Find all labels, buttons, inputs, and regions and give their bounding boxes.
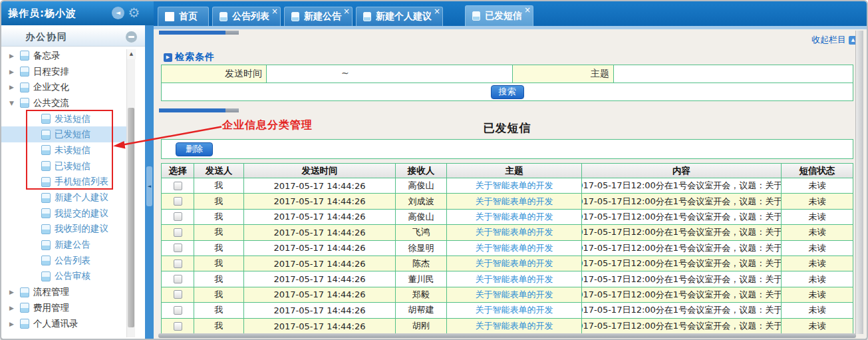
tab-close-icon[interactable]: × xyxy=(271,7,278,15)
sidebar-tree-item[interactable]: 公告列表 xyxy=(1,253,126,269)
search-button[interactable]: 搜索 xyxy=(491,85,524,99)
tab-document-icon xyxy=(472,11,480,21)
sidebar-tree-item[interactable]: 已读短信 xyxy=(1,158,126,174)
tab-close-icon[interactable]: × xyxy=(524,6,531,14)
tree-toggle-icon[interactable]: ▼ xyxy=(9,100,17,106)
send-time-cell: 2017-05-17 14:44:26 xyxy=(244,194,396,209)
sidebar-tree-item[interactable]: ▼ 公共交流 xyxy=(1,95,126,111)
send-time-cell: 2017-05-17 14:44:26 xyxy=(244,271,396,287)
sidebar-tree-item[interactable]: 公告审核 xyxy=(1,269,126,285)
expand-arrow-icon: ▶ xyxy=(164,53,172,62)
row-checkbox[interactable] xyxy=(174,197,182,206)
tab[interactable]: 公告列表 × xyxy=(212,7,281,26)
column-header-send-time: 发送时间 xyxy=(244,164,396,178)
document-icon xyxy=(41,240,51,250)
subject-input[interactable] xyxy=(163,67,396,81)
sidebar-section-header[interactable]: 办公协同 xyxy=(1,28,145,47)
sidebar-tree-item[interactable]: 已发短信 xyxy=(1,126,126,142)
select-cell xyxy=(162,241,194,256)
horizontal-scrollbar[interactable] xyxy=(158,333,856,338)
status-cell: 未读 xyxy=(782,256,853,271)
collapse-columns-link[interactable]: 收起栏目 ▲ xyxy=(811,34,857,46)
row-checkbox[interactable] xyxy=(174,259,182,268)
sidebar-tree-item[interactable]: ▶ 日程安排 xyxy=(1,64,126,80)
tab-label: 首页 xyxy=(179,11,198,23)
row-checkbox[interactable] xyxy=(174,306,182,315)
row-checkbox[interactable] xyxy=(174,228,182,237)
select-cell xyxy=(162,319,194,334)
tree-toggle-icon[interactable]: ▶ xyxy=(9,53,17,59)
row-checkbox[interactable] xyxy=(174,182,182,190)
content-cell: 2017-05-17日12:00分在1号会议室开会，议题：关于智 xyxy=(582,319,782,334)
content-cell: 2017-05-17日12:00分在1号会议室开会，议题：关于智 xyxy=(582,225,782,240)
collapse-section-icon[interactable] xyxy=(126,31,137,43)
subject-link[interactable]: 关于智能表单的开发 xyxy=(447,194,582,209)
gear-icon[interactable]: ⚙ xyxy=(128,7,140,19)
table-row: 我 2017-05-17 14:44:26 郑毅 关于智能表单的开发 2017-… xyxy=(162,287,853,303)
sender-cell: 我 xyxy=(194,210,244,225)
delete-button[interactable]: 删除 xyxy=(176,142,213,156)
subject-link[interactable]: 关于智能表单的开发 xyxy=(447,319,582,334)
sidebar-tree-item[interactable]: 我提交的建议 xyxy=(1,206,126,222)
row-checkbox[interactable] xyxy=(174,244,182,252)
subject-link[interactable]: 关于智能表单的开发 xyxy=(447,287,582,303)
sidebar-scrollbar[interactable]: ▲ xyxy=(126,49,135,337)
sidebar-tree-item[interactable]: ▶ 费用管理 xyxy=(1,300,126,316)
main-panel: 首页 × 公告列表 × 新建公告 × 新建个人建议 xyxy=(154,1,867,339)
search-conditions-header[interactable]: ▶ 检索条件 xyxy=(164,51,215,63)
tree-item-label: 发送短信 xyxy=(55,113,90,125)
subject-link[interactable]: 关于智能表单的开发 xyxy=(447,178,582,194)
tree-toggle-icon[interactable]: ▶ xyxy=(9,84,17,90)
receiver-cell: 刘成波 xyxy=(396,194,447,209)
sidebar-collapse-handle[interactable]: ◄ xyxy=(146,166,152,206)
row-checkbox[interactable] xyxy=(174,322,182,331)
tab[interactable]: 新建个人建议 × xyxy=(356,7,443,26)
sidebar-tree-item[interactable]: 我收到的建议 xyxy=(1,222,126,238)
tree-toggle-icon[interactable]: ▶ xyxy=(9,321,17,327)
sidebar-tree-item[interactable]: ▶ 备忘录 xyxy=(1,49,126,64)
row-checkbox[interactable] xyxy=(174,275,182,283)
sidebar-tree-item[interactable]: ▶ 流程管理 xyxy=(1,284,126,300)
sidebar-tree-item[interactable]: ▶ 个人通讯录 xyxy=(1,316,126,332)
tab[interactable]: 已发短信 × xyxy=(465,5,533,26)
row-checkbox[interactable] xyxy=(174,212,182,221)
vertical-scrollbar[interactable] xyxy=(855,31,863,334)
tab-close-icon[interactable]: × xyxy=(343,7,350,15)
tab-label: 新建个人建议 xyxy=(376,11,432,23)
tab[interactable]: 首页 × xyxy=(158,7,209,26)
column-header-subject: 主题 xyxy=(447,164,582,178)
tree-item-label: 公告审核 xyxy=(55,270,90,282)
sidebar-tree-item[interactable]: ▶ 企业文化 xyxy=(1,79,126,95)
scroll-up-icon[interactable]: ▲ xyxy=(127,49,136,59)
sidebar-tree-item[interactable]: 新建个人建议 xyxy=(1,190,126,206)
tree-toggle-icon[interactable]: ▶ xyxy=(9,69,17,75)
back-icon[interactable]: ◄ xyxy=(112,7,124,19)
sidebar-tree-item[interactable]: 手机短信列表 xyxy=(1,174,126,190)
tab[interactable]: 新建公告 × xyxy=(284,7,353,26)
table-header-row: 选择 发送人 发送时间 接收人 主题 内容 短信状态 xyxy=(162,164,853,178)
sidebar-tree-item[interactable]: 发送短信 xyxy=(1,111,126,127)
subject-link[interactable]: 关于智能表单的开发 xyxy=(447,241,582,256)
sidebar-tree-item[interactable]: 新建公告 xyxy=(1,237,126,253)
subject-link[interactable]: 关于智能表单的开发 xyxy=(447,256,582,271)
document-icon xyxy=(41,161,51,171)
column-header-content: 内容 xyxy=(582,164,782,178)
subject-link[interactable]: 关于智能表单的开发 xyxy=(447,210,582,225)
sidebar-tree-item[interactable]: 未读短信 xyxy=(1,142,126,158)
tab-document-icon xyxy=(219,12,227,21)
sender-cell: 我 xyxy=(194,303,244,318)
row-checkbox[interactable] xyxy=(174,290,182,299)
tab-close-icon[interactable]: × xyxy=(434,7,440,15)
tree-toggle-icon[interactable]: ▶ xyxy=(9,305,17,311)
sidebar-scrollbar-thumb[interactable] xyxy=(128,108,134,327)
sender-cell: 我 xyxy=(194,287,244,303)
subject-link[interactable]: 关于智能表单的开发 xyxy=(447,225,582,240)
panel-splitter[interactable]: ◄ xyxy=(145,25,154,339)
subject-link[interactable]: 关于智能表单的开发 xyxy=(447,271,582,287)
table-row: 我 2017-05-17 14:44:26 飞鸿 关于智能表单的开发 2017-… xyxy=(162,225,853,240)
subject-link[interactable]: 关于智能表单的开发 xyxy=(447,303,582,318)
search-button-row: 搜索 xyxy=(162,83,853,100)
tree-toggle-icon[interactable]: ▶ xyxy=(9,289,17,295)
receiver-cell: 胡刚 xyxy=(396,319,447,334)
collapse-columns-label: 收起栏目 xyxy=(811,34,846,46)
